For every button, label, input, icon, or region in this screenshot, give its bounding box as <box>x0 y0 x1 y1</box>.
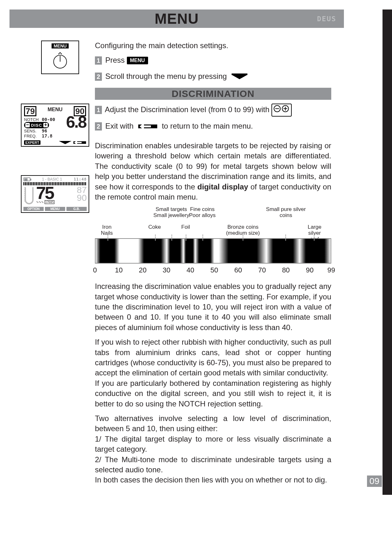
svg-rect-7 <box>77 142 82 143</box>
axis-tick: 0 <box>93 265 97 275</box>
axis-tick: 40 <box>187 265 194 275</box>
menu-knob-illustration: MENU <box>41 41 79 74</box>
horseshoe-icon <box>23 186 36 206</box>
down-arrow-icon <box>232 73 247 80</box>
ghost-value-b: 90 <box>77 194 87 202</box>
step-badge-1: 1 <box>95 56 102 65</box>
page-number: 09 <box>367 475 382 487</box>
option-button: OPTION <box>23 207 44 211</box>
axis-tick: 50 <box>210 265 218 275</box>
back-arrow-icon <box>138 123 157 130</box>
brand-logo: DEUS <box>317 15 336 23</box>
axis-tick: 20 <box>139 265 146 275</box>
axis-tick: 60 <box>234 265 242 275</box>
step-badge-2: 2 <box>95 122 102 131</box>
side-tab <box>383 10 392 495</box>
step1-prefix: Press <box>105 56 125 64</box>
body-p3: If you wish to reject other rubbish with… <box>95 337 331 378</box>
menu-knob-label: MENU <box>52 43 68 48</box>
device-menu-screen: 79 MENU 90 6.8 NOTCH00-00 −DISC+ SENS.96… <box>21 104 89 147</box>
step2-text: Scroll through the menu by pressing <box>105 72 227 80</box>
program-name: 1 - BASIC 1 <box>32 177 72 182</box>
body-p1: Discrimination enables undesirable targe… <box>95 141 331 202</box>
menu-button: MENU <box>45 207 65 211</box>
disc-pill: −DISC+ <box>24 122 49 128</box>
svg-marker-15 <box>140 123 144 130</box>
minus-plus-icon <box>271 104 292 116</box>
knob-icon <box>51 51 69 69</box>
axis-tick: 70 <box>258 265 266 275</box>
svg-marker-2 <box>232 75 247 79</box>
notch-label: NOTCH <box>24 117 42 122</box>
body-p4: If you are particularly bothered by cont… <box>95 378 331 409</box>
svg-marker-4 <box>59 141 72 144</box>
device-menu-title: MENU <box>36 106 74 112</box>
chart-label: Small targetsSmall jewellery <box>153 207 189 218</box>
chart-label: Small pure silver coins <box>263 207 308 218</box>
battery-icon <box>23 177 30 181</box>
svg-rect-3 <box>232 73 247 75</box>
disc-step2-a: Exit with <box>105 122 134 130</box>
disc-step2-b: to return to the main menu. <box>162 122 253 130</box>
notch-value: 00-00 <box>42 117 55 122</box>
disc-big-value: 6.8 <box>66 115 86 129</box>
back-arrow-icon <box>73 140 86 145</box>
section-heading: DISCRIMINATION <box>95 88 331 100</box>
body-p2: Increasing the discrimination value enab… <box>95 281 331 333</box>
clock: 11:48 <box>74 177 87 182</box>
down-arrow-icon <box>59 140 72 145</box>
disc-left-value: 79 <box>24 106 36 116</box>
step-badge-2: 2 <box>95 73 102 81</box>
gb-button: G.B. <box>66 207 87 211</box>
disc-step1-text: Adjust the Discrimination level (from 0 … <box>105 105 269 114</box>
freq-value: 17.8 <box>42 133 53 138</box>
axis-tick: 90 <box>306 265 314 275</box>
chart-label: Fine coinsPoor alloys <box>189 207 215 218</box>
body-p5: Two alternatives involve selecting a low… <box>95 413 331 434</box>
axis-tick: 10 <box>115 265 122 275</box>
sens-value: 96 <box>42 128 47 133</box>
body-p7: 2/ The Multi-tone mode to discriminate u… <box>95 455 331 475</box>
disc-label: DISC <box>30 123 43 128</box>
sens-label: SENS. <box>24 129 42 133</box>
freq-small: 17605 <box>45 200 54 204</box>
body-p8: In both cases the decision then lies wit… <box>95 475 331 485</box>
chart-label: Coke <box>148 224 161 230</box>
axis-tick: 80 <box>282 265 289 275</box>
axis-tick: 99 <box>327 265 335 275</box>
device-main-screen: 1 - BASIC 1 11:48 75 ∿∿∿ 17605 87 90 <box>21 175 89 213</box>
axis-tick: 30 <box>163 265 170 275</box>
expert-button: EXPERT <box>24 140 40 145</box>
chart-label: IronNails <box>101 224 113 236</box>
page-title: MENU <box>9 10 344 27</box>
intro-text: Configuring the main detection settings. <box>95 41 331 51</box>
chart-label: Foil <box>181 224 190 230</box>
freq-label: FREQ. <box>24 134 42 138</box>
svg-marker-6 <box>74 140 77 145</box>
svg-rect-16 <box>144 125 151 127</box>
menu-button-label: MENU <box>127 57 148 64</box>
step-badge-1: 1 <box>95 106 102 114</box>
target-id-big: 75 <box>36 186 77 200</box>
page-title-bar: MENU DEUS <box>9 10 344 28</box>
conductivity-chart: Small targetsSmall jewelleryFine coinsPo… <box>95 207 331 275</box>
body-p6: 1/ The digital target display to more or… <box>95 434 331 455</box>
